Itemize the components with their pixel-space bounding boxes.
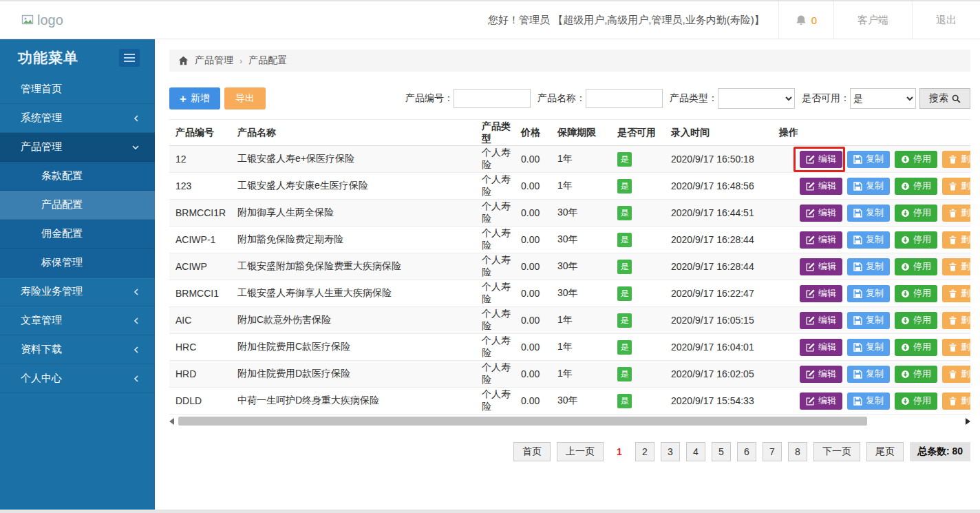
edit-button[interactable]: 编辑 bbox=[800, 258, 842, 275]
delete-button[interactable]: 删除 bbox=[942, 285, 970, 302]
delete-button[interactable]: 删除 bbox=[942, 151, 970, 168]
breadcrumb-separator-icon: › bbox=[239, 56, 242, 66]
cell-product-type: 个人寿险 bbox=[476, 253, 515, 280]
copy-button[interactable]: 复制 bbox=[847, 339, 890, 356]
prev-page-button[interactable]: 上一页 bbox=[557, 442, 604, 461]
copy-button[interactable]: 复制 bbox=[847, 205, 890, 222]
cell-price: 0.00 bbox=[515, 227, 551, 253]
sidebar-item-downloads[interactable]: 资料下载 bbox=[0, 335, 155, 364]
next-page-button[interactable]: 下一页 bbox=[813, 442, 860, 461]
sidebar-subitem-commission-config[interactable]: 佣金配置 bbox=[0, 220, 155, 249]
cell-actions: 编辑 复制 bbox=[773, 227, 970, 253]
delete-button[interactable]: 删除 bbox=[942, 258, 970, 275]
toolbar: + 新增 导出 产品编号： 产品名称： 产品类型： 是否可用： 是 bbox=[169, 87, 970, 109]
copy-button[interactable]: 复制 bbox=[847, 178, 890, 195]
disable-button[interactable]: 停用 bbox=[895, 258, 937, 275]
bell-icon bbox=[796, 14, 807, 26]
copy-button[interactable]: 复制 bbox=[847, 151, 890, 168]
page-button[interactable]: 6 bbox=[737, 442, 756, 461]
delete-button[interactable]: 删除 bbox=[942, 339, 970, 356]
available-badge: 是 bbox=[617, 233, 632, 247]
sidebar-item-system[interactable]: 系统管理 bbox=[0, 104, 155, 133]
copy-button[interactable]: 复制 bbox=[847, 366, 890, 383]
last-page-button[interactable]: 尾页 bbox=[866, 442, 904, 461]
cell-product-type: 个人寿险 bbox=[476, 227, 515, 253]
sidebar-item-profile[interactable]: 个人中心 bbox=[0, 364, 155, 393]
page-button[interactable]: 7 bbox=[763, 442, 782, 461]
sidebar-item-articles[interactable]: 文章管理 bbox=[0, 306, 155, 335]
scroll-left-icon[interactable] bbox=[169, 418, 174, 425]
sidebar-item-product[interactable]: 产品管理 bbox=[0, 133, 155, 162]
disable-button[interactable]: 停用 bbox=[895, 285, 937, 302]
cell-product-type: 个人寿险 bbox=[476, 334, 515, 361]
copy-button[interactable]: 复制 bbox=[847, 231, 890, 249]
edit-button[interactable]: 编辑 bbox=[800, 339, 842, 356]
notification-button[interactable]: 0 bbox=[779, 1, 833, 39]
disable-button[interactable]: 停用 bbox=[895, 312, 937, 329]
export-button[interactable]: 导出 bbox=[224, 87, 266, 109]
disable-button[interactable]: 停用 bbox=[895, 178, 937, 195]
page-button[interactable]: 3 bbox=[661, 442, 680, 461]
edit-button[interactable]: 编辑 bbox=[800, 151, 842, 168]
circle-arrow-down-icon bbox=[901, 262, 910, 271]
available-badge: 是 bbox=[617, 313, 632, 328]
cell-product-name: 工银安盛人寿安康e生医疗保险 bbox=[231, 173, 476, 200]
cell-price: 0.00 bbox=[515, 307, 551, 334]
edit-button[interactable]: 编辑 bbox=[800, 178, 842, 195]
edit-button[interactable]: 编辑 bbox=[800, 231, 842, 249]
floppy-icon bbox=[853, 289, 862, 298]
disable-button[interactable]: 停用 bbox=[895, 205, 937, 222]
page-button[interactable]: 2 bbox=[635, 442, 654, 461]
first-page-button[interactable]: 首页 bbox=[513, 442, 551, 461]
product-code-input[interactable] bbox=[454, 89, 531, 108]
edit-button[interactable]: 编辑 bbox=[800, 285, 842, 302]
copy-button[interactable]: 复制 bbox=[847, 285, 890, 302]
copy-button[interactable]: 复制 bbox=[847, 392, 890, 410]
scroll-right-icon[interactable] bbox=[966, 418, 970, 425]
copy-button[interactable]: 复制 bbox=[847, 258, 890, 275]
delete-button[interactable]: 删除 bbox=[942, 178, 970, 195]
trash-icon bbox=[948, 397, 957, 406]
sidebar-subitem-terms-config[interactable]: 条款配置 bbox=[0, 162, 155, 191]
edit-button[interactable]: 编辑 bbox=[800, 205, 842, 222]
product-name-input[interactable] bbox=[586, 89, 663, 108]
edit-button[interactable]: 编辑 bbox=[800, 312, 842, 329]
disable-button[interactable]: 停用 bbox=[895, 231, 937, 249]
edit-icon bbox=[806, 155, 815, 164]
available-select[interactable]: 是 bbox=[850, 88, 916, 109]
delete-button[interactable]: 删除 bbox=[942, 392, 970, 410]
search-button[interactable]: 搜索 bbox=[919, 88, 970, 109]
scrollbar-thumb[interactable] bbox=[178, 417, 867, 426]
page-button[interactable]: 8 bbox=[788, 442, 807, 461]
page-button[interactable]: 1 bbox=[610, 442, 629, 461]
delete-button[interactable]: 删除 bbox=[942, 205, 970, 222]
disable-button[interactable]: 停用 bbox=[895, 151, 937, 168]
edit-button[interactable]: 编辑 bbox=[800, 366, 842, 383]
client-link[interactable]: 客户端 bbox=[834, 1, 912, 39]
product-type-select[interactable] bbox=[718, 88, 795, 109]
page-button[interactable]: 4 bbox=[686, 442, 705, 461]
logout-link[interactable]: 退出 bbox=[913, 1, 980, 39]
sidebar-subitem-product-config[interactable]: 产品配置 bbox=[0, 191, 155, 220]
page-button[interactable]: 5 bbox=[712, 442, 731, 461]
breadcrumb-item[interactable]: 产品管理 bbox=[195, 54, 233, 67]
floppy-icon bbox=[853, 209, 862, 218]
disable-button[interactable]: 停用 bbox=[895, 366, 937, 383]
logo: logo bbox=[21, 12, 63, 28]
copy-button[interactable]: 复制 bbox=[847, 312, 890, 329]
delete-button[interactable]: 删除 bbox=[942, 231, 970, 249]
delete-button[interactable]: 删除 bbox=[942, 366, 970, 383]
user-greeting: 您好！管理员 【超级用户,高级用户,管理员,业务内勤(寿险)】 bbox=[488, 14, 765, 27]
sidebar-item-life-insurance[interactable]: 寿险业务管理 bbox=[0, 278, 155, 306]
add-button[interactable]: + 新增 bbox=[169, 87, 220, 109]
sidebar-item-home[interactable]: 管理首页 bbox=[0, 75, 155, 104]
menu-toggle-button[interactable] bbox=[119, 49, 140, 67]
delete-button[interactable]: 删除 bbox=[942, 312, 970, 329]
table-row: 123 工银安盛人寿安康e生医疗保险 个人寿险 0.00 1年 是 2020/9… bbox=[169, 173, 970, 200]
disable-button[interactable]: 停用 bbox=[895, 339, 937, 356]
disable-button[interactable]: 停用 bbox=[895, 392, 937, 410]
sidebar-subitem-standard-premium[interactable]: 标保管理 bbox=[0, 249, 155, 278]
cell-product-code: BRMCCI1 bbox=[169, 280, 231, 307]
scrollbar-track[interactable] bbox=[178, 417, 961, 426]
edit-button[interactable]: 编辑 bbox=[800, 392, 842, 410]
